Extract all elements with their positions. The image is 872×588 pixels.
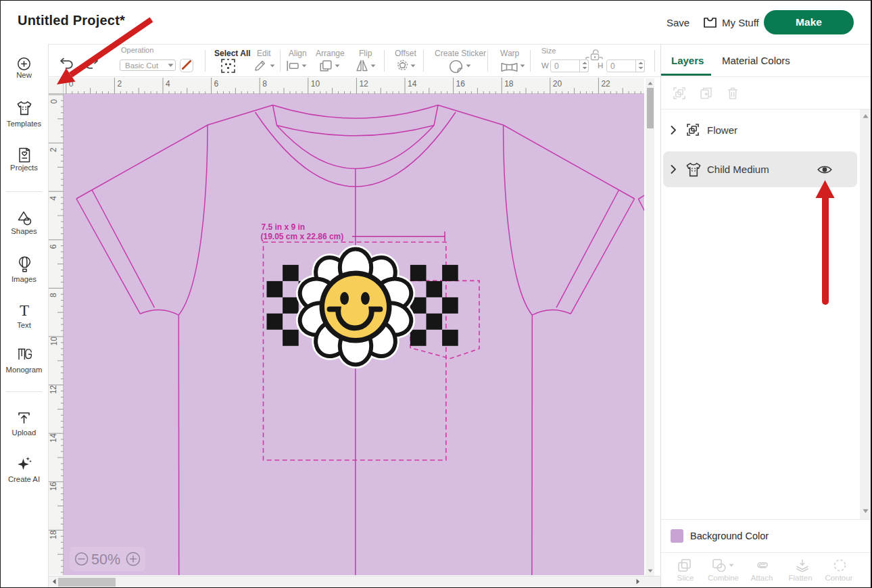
svg-text:6: 6	[214, 79, 219, 89]
svg-text:18: 18	[49, 530, 59, 539]
svg-text:4: 4	[166, 79, 170, 89]
svg-text:8: 8	[262, 79, 267, 89]
svg-text:18: 18	[504, 79, 514, 89]
svg-text:0: 0	[49, 99, 59, 104]
svg-text:12: 12	[49, 385, 59, 394]
svg-text:6: 6	[49, 244, 59, 249]
svg-text:8: 8	[49, 293, 59, 297]
svg-text:10: 10	[311, 79, 320, 89]
svg-text:2: 2	[117, 79, 122, 89]
svg-text:16: 16	[456, 79, 466, 89]
svg-text:20: 20	[553, 79, 562, 89]
svg-text:14: 14	[408, 79, 417, 89]
svg-text:0: 0	[69, 79, 74, 89]
svg-text:10: 10	[49, 337, 59, 346]
svg-text:7.5 in x 9 in: 7.5 in x 9 in	[262, 222, 306, 232]
svg-text:14: 14	[49, 433, 59, 443]
svg-text:50%: 50%	[91, 552, 120, 568]
svg-text:16: 16	[49, 482, 59, 491]
svg-text:2: 2	[49, 147, 59, 152]
svg-text:4: 4	[49, 196, 59, 201]
svg-text:22: 22	[601, 79, 610, 89]
svg-text:(19.05 cm x 22.86 cm): (19.05 cm x 22.86 cm)	[261, 232, 344, 241]
svg-text:12: 12	[359, 79, 368, 89]
